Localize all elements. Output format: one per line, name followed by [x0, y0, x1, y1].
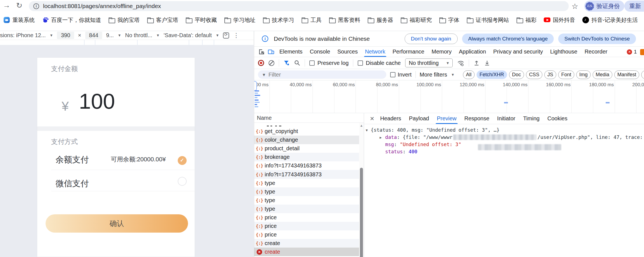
bookmark-item[interactable]: 抖音-记录美好生活 [582, 16, 638, 24]
close-icon[interactable]: ✕ [368, 113, 376, 124]
device-height-field[interactable]: 844 [85, 32, 102, 39]
type-filter-pill[interactable]: Media [593, 70, 612, 79]
details-tab[interactable]: Response [460, 113, 493, 124]
bookmark-item[interactable]: 技术学习 [263, 16, 294, 24]
avatar[interactable]: 石头 [585, 2, 594, 11]
type-filter-pill[interactable]: Img [576, 70, 591, 79]
inspect-element-icon[interactable] [257, 47, 266, 57]
bookmark-item[interactable]: 客户宝塔 [147, 16, 178, 24]
bookmark-item[interactable]: 福彩研究 [400, 16, 432, 24]
invert-label[interactable]: Invert [398, 72, 412, 78]
scrollbar-thumb[interactable] [360, 168, 363, 257]
type-filter-pill[interactable]: JS [544, 70, 556, 79]
scrollbar[interactable]: ▲ ▼ [359, 123, 364, 257]
details-tab[interactable]: Headers [376, 113, 405, 124]
record-icon[interactable] [258, 60, 264, 66]
filter-toggle-icon[interactable] [284, 60, 290, 66]
bookmark-item[interactable]: 黑客资料 [329, 16, 360, 24]
devtools-tab[interactable]: Lighthouse [547, 47, 581, 57]
scroll-down-icon[interactable]: ▼ [359, 252, 364, 256]
site-info-icon[interactable]: i [33, 3, 39, 9]
request-row[interactable]: price [254, 213, 364, 222]
type-filter-pill[interactable]: Fetch/XHR [477, 70, 507, 79]
filter-input-wrap[interactable]: ▼ [258, 70, 386, 79]
profile-chip[interactable]: 石头 验证身份 [584, 1, 624, 12]
throttle-select[interactable]: No throttl... [125, 32, 152, 39]
throttling-select[interactable]: No throttling ▼ [405, 58, 453, 67]
bookmark-item[interactable]: 百度一下，你就知道 [42, 16, 101, 24]
bookmark-item[interactable]: 重装系统 [3, 16, 35, 24]
details-tab[interactable]: Timing [519, 113, 543, 124]
devtools-tab[interactable]: Performance [389, 47, 428, 57]
request-row[interactable]: color_change [254, 136, 364, 144]
request-row[interactable]: type [254, 187, 364, 196]
devtools-tab[interactable]: Recorder [581, 47, 611, 57]
clear-icon[interactable] [269, 60, 274, 66]
rotate-screen-icon[interactable] [223, 32, 229, 39]
type-filter-pill[interactable]: Font [558, 70, 574, 79]
bookmark-item[interactable]: 国外抖音 [544, 16, 575, 24]
network-timeline[interactable]: 20,000 ms40,000 ms60,000 ms80,000 ms100,… [254, 80, 644, 113]
devtools-tab[interactable]: Application [455, 47, 490, 57]
details-tab[interactable]: Initiator [493, 113, 519, 124]
request-row[interactable]: type [254, 205, 364, 213]
devtools-tab[interactable]: Sources [334, 47, 361, 57]
device-select[interactable]: sions: iPhone 12... [0, 32, 46, 39]
device-toolbar-toggle-icon[interactable] [266, 47, 276, 57]
type-filter-pill[interactable]: All [463, 70, 475, 79]
type-filter-pill[interactable]: Socket [641, 70, 644, 79]
dont-show-again-button[interactable]: Don't show again [405, 34, 458, 44]
relaunch-button[interactable]: 重新 [624, 1, 644, 12]
name-column-header[interactable]: Name [254, 113, 364, 123]
request-row[interactable]: price [254, 230, 364, 239]
more-options-icon[interactable]: ⋮ [233, 32, 239, 39]
devtools-tab[interactable]: Elements [276, 47, 306, 57]
scroll-up-icon[interactable]: ▲ [359, 124, 364, 128]
request-row[interactable]: get_copyright [254, 127, 364, 136]
bookmark-item[interactable]: 工具 [301, 16, 322, 24]
forward-icon[interactable]: → [3, 1, 10, 10]
device-width-field[interactable]: 390 [57, 32, 74, 39]
devtools-tab[interactable]: Privacy and security [490, 47, 547, 57]
request-row[interactable]: create [254, 248, 364, 256]
bookmark-item[interactable]: 我的宝塔 [108, 16, 140, 24]
triangle-right-icon[interactable]: ▶ [380, 134, 382, 141]
details-tab[interactable]: Cookies [543, 113, 571, 124]
type-filter-pill[interactable]: CSS [526, 70, 542, 79]
invert-checkbox[interactable] [390, 72, 395, 77]
preview-root-line[interactable]: ▼{status: 400, msg: "Undefined offset: 3… [364, 126, 644, 134]
more-filters-label[interactable]: More filters [420, 72, 447, 78]
bookmark-item[interactable]: 字体 [439, 16, 459, 24]
devtools-tab[interactable]: Network [361, 47, 389, 57]
request-row[interactable]: info?t=1774349163873 [254, 170, 364, 179]
devtools-tab[interactable]: Console [306, 47, 334, 57]
request-row[interactable]: info?t=1774349163873 [254, 161, 364, 170]
network-conditions-icon[interactable] [457, 60, 464, 66]
timeline-scroll-handle[interactable] [254, 81, 257, 91]
reload-icon[interactable]: ↻ [16, 1, 22, 10]
url-bar[interactable]: i localhost:8081/pages/annex/offline_pay… [29, 1, 569, 11]
url-text[interactable]: localhost:8081/pages/annex/offline_pay/i… [43, 3, 161, 9]
bookmark-item[interactable]: 服务器 [367, 16, 393, 24]
confirm-button[interactable]: 确认 [46, 214, 188, 233]
preserve-log-label[interactable]: Preserve log [317, 60, 349, 66]
bookmark-item[interactable]: 平时收藏 [186, 16, 217, 24]
type-filter-pill[interactable]: Manifest [614, 70, 639, 79]
filter-input[interactable] [269, 72, 382, 78]
wechat-radio-off[interactable] [178, 177, 187, 186]
preserve-log-checkbox[interactable] [309, 60, 315, 66]
bookmark-item[interactable]: 证书报考网站 [467, 16, 509, 24]
request-row[interactable]: create [254, 239, 364, 248]
request-row[interactable]: product_detail [254, 144, 364, 153]
disable-cache-label[interactable]: Disable cache [366, 60, 401, 66]
balance-radio-checked[interactable] [178, 156, 187, 165]
request-row[interactable]: type [254, 196, 364, 205]
wechat-method-label[interactable]: 微信支付 [56, 178, 89, 189]
type-filter-pill[interactable]: Doc [509, 70, 524, 79]
search-icon[interactable] [294, 60, 300, 66]
bookmark-star-icon[interactable]: ☆ [572, 2, 578, 11]
request-row[interactable]: price [254, 222, 364, 230]
request-row[interactable] [254, 123, 364, 127]
match-language-button[interactable]: Always match Chrome's language [462, 34, 554, 44]
bookmark-item[interactable]: 福彩 [516, 16, 537, 24]
